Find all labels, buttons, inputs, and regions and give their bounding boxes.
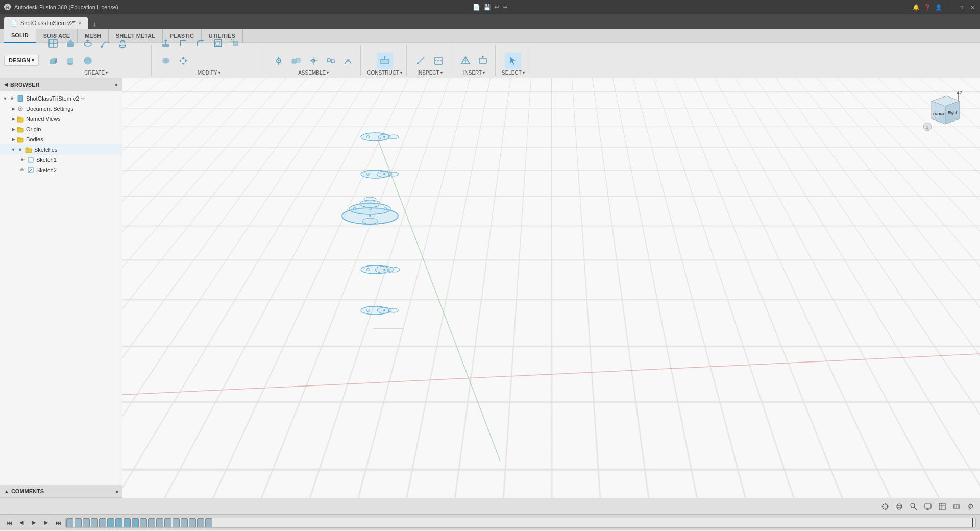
tree-expand-doc-settings[interactable]: ▶ [10, 106, 16, 111]
create-label[interactable]: CREATE ▾ [84, 70, 108, 76]
timeline-marker[interactable] [140, 518, 147, 527]
zoom-icon[interactable] [909, 501, 919, 512]
insert-label[interactable]: INSERT ▾ [463, 70, 485, 76]
timeline-settings-icon[interactable] [951, 501, 962, 512]
timeline-marker[interactable] [107, 518, 114, 527]
nav-cube-svg[interactable]: Z FRONT RIght ⌂ [921, 88, 970, 137]
timeline-marker[interactable] [66, 518, 74, 527]
skip-start-button[interactable]: ⏮ [4, 518, 14, 528]
inspect-label[interactable]: INSPECT ▾ [417, 70, 442, 76]
settings-gear-icon[interactable]: ⚙ [966, 501, 976, 512]
maximize-button[interactable]: □ [958, 4, 965, 11]
timeline-marker[interactable] [99, 518, 106, 527]
sphere-icon[interactable] [80, 53, 96, 69]
notification-icon[interactable]: 🔔 [913, 4, 920, 11]
timeline-marker[interactable] [164, 518, 172, 527]
tree-item-doc-settings[interactable]: ▶ Document Settings [0, 104, 122, 114]
construct-label[interactable]: CONSTRUCT ▾ [367, 70, 402, 76]
tree-expand-named-views[interactable]: ▶ [10, 116, 16, 122]
tab-solid[interactable]: SOLID [4, 29, 36, 43]
new-component-icon[interactable] [45, 35, 61, 52]
joint-origin-icon[interactable] [305, 53, 322, 69]
edit-root-icon[interactable]: ✏ [81, 96, 85, 101]
chamfer-icon[interactable] [192, 35, 209, 52]
timeline-marker[interactable] [181, 518, 188, 527]
browser-collapse-icon[interactable]: ◀ [4, 82, 8, 87]
box-icon[interactable] [45, 53, 61, 69]
scale-icon[interactable] [227, 35, 243, 52]
assemble-label[interactable]: ASSEMBLE ▾ [298, 70, 329, 76]
skip-end-button[interactable]: ⏭ [53, 518, 63, 528]
active-tab[interactable]: 📄 ShotGlassTriStem v2* × [4, 17, 88, 29]
eye-sketch2[interactable]: 👁 [18, 166, 26, 174]
tree-item-named-views[interactable]: ▶ Named Views [0, 114, 122, 124]
modify-label[interactable]: MODIFY ▾ [198, 70, 220, 76]
revolve-icon[interactable] [80, 35, 96, 52]
rigid-group-icon[interactable] [323, 53, 339, 69]
cylinder-icon[interactable] [62, 53, 79, 69]
display-icon[interactable] [923, 501, 933, 512]
section-analysis-icon[interactable] [430, 53, 447, 69]
move-icon[interactable] [175, 53, 191, 69]
play-button[interactable]: ▶ [29, 518, 39, 528]
loft-icon[interactable] [114, 35, 131, 52]
comments-options-icon[interactable]: ● [115, 489, 118, 494]
timeline-marker[interactable] [148, 518, 155, 527]
grid-options-icon[interactable] [937, 501, 947, 512]
tree-expand-origin[interactable]: ▶ [10, 127, 16, 132]
timeline-marker[interactable] [205, 518, 212, 527]
tree-item-bodies[interactable]: ▶ Bodies [0, 134, 122, 144]
fillet-icon[interactable] [175, 35, 191, 52]
orbit-icon[interactable] [894, 501, 904, 512]
help-icon[interactable]: ❓ [924, 4, 931, 11]
insert-mesh-icon[interactable] [457, 53, 474, 69]
extrude-icon[interactable] [62, 35, 79, 52]
tree-item-origin[interactable]: ▶ Origin [0, 124, 122, 134]
measure-icon[interactable] [413, 53, 429, 69]
nav-cube[interactable]: Z FRONT RIght ⌂ [921, 88, 970, 137]
select-label[interactable]: SELECT ▾ [502, 70, 525, 76]
timeline-marker[interactable] [75, 518, 82, 527]
timeline-marker[interactable] [189, 518, 196, 527]
tree-expand-sketches[interactable]: ▼ [10, 147, 16, 152]
as-built-joint-icon[interactable] [288, 53, 304, 69]
tree-item-root[interactable]: ▼ 👁 ShotGlassTriStem v2 ✏ [0, 93, 122, 104]
timeline-marker[interactable] [124, 518, 131, 527]
browser-options-icon[interactable]: ● [115, 82, 118, 87]
design-dropdown[interactable]: DESIGN ▾ [4, 55, 39, 66]
new-tab-button[interactable]: + [89, 20, 101, 29]
eye-sketch1[interactable]: 👁 [18, 156, 26, 163]
select-icon[interactable] [505, 53, 521, 69]
tree-expand-root[interactable]: ▼ [2, 96, 8, 101]
eye-root[interactable]: 👁 [8, 95, 15, 102]
timeline-marker[interactable] [115, 518, 122, 527]
joint-icon[interactable] [271, 53, 287, 69]
press-pull-icon[interactable] [158, 35, 174, 52]
drive-joints-icon[interactable] [340, 53, 356, 69]
timeline-marker[interactable] [197, 518, 204, 527]
timeline-marker[interactable] [83, 518, 90, 527]
tree-item-sketches[interactable]: ▼ 👁 Sketches [0, 144, 122, 155]
snap-icon[interactable] [880, 501, 890, 512]
sweep-icon[interactable] [97, 35, 113, 52]
viewport[interactable]: Z FRONT RIght ⌂ [122, 78, 980, 498]
combine-icon[interactable] [158, 53, 174, 69]
undo-button[interactable]: ↩ [494, 4, 499, 11]
insert-svg-icon[interactable] [475, 53, 491, 69]
offset-plane-icon[interactable] [377, 53, 393, 69]
timeline-marker[interactable] [173, 518, 180, 527]
minimize-button[interactable]: — [946, 4, 953, 11]
prev-frame-button[interactable]: ◀ [16, 518, 27, 528]
redo-button[interactable]: ↪ [502, 4, 507, 11]
timeline-marker[interactable] [91, 518, 98, 527]
tree-expand-bodies[interactable]: ▶ [10, 137, 16, 142]
tab-close-button[interactable]: × [79, 20, 82, 26]
next-frame-button[interactable]: ▶ [41, 518, 51, 528]
tree-item-sketch2[interactable]: 👁 Sketch2 [0, 165, 122, 175]
new-button[interactable]: 📄 [473, 4, 480, 11]
close-button[interactable]: ✕ [969, 4, 976, 11]
tree-item-sketch1[interactable]: 👁 Sketch1 [0, 155, 122, 165]
timeline-track[interactable] [65, 518, 976, 528]
comments-collapse-icon[interactable]: ▲ [4, 489, 9, 494]
eye-sketches[interactable]: 👁 [16, 146, 23, 153]
